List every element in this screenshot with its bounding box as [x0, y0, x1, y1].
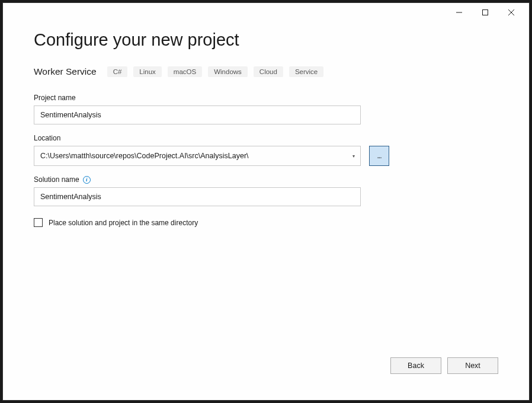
solution-name-input[interactable]	[34, 187, 361, 206]
content-area: Configure your new project Worker Servic…	[3, 22, 529, 357]
project-name-input[interactable]	[34, 105, 361, 124]
same-directory-row: Place solution and project in the same d…	[34, 218, 498, 227]
minimize-icon	[456, 9, 462, 15]
location-row: C:\Users\matth\source\repos\CodeProject.…	[34, 146, 498, 166]
titlebar	[3, 3, 529, 22]
location-group: Location C:\Users\matth\source\repos\Cod…	[34, 134, 498, 166]
same-directory-label: Place solution and project in the same d…	[49, 219, 198, 227]
maximize-button[interactable]	[472, 4, 498, 21]
tag-cloud: Cloud	[254, 66, 283, 77]
maximize-icon	[482, 9, 488, 15]
close-icon	[508, 9, 514, 15]
back-button[interactable]: Back	[390, 357, 441, 374]
browse-button[interactable]: ...	[369, 146, 389, 166]
svg-rect-1	[483, 10, 488, 15]
footer: Back Next	[3, 357, 529, 400]
project-name-label: Project name	[34, 94, 498, 102]
solution-name-label: Solution name i	[34, 175, 498, 184]
minimize-button[interactable]	[446, 4, 472, 21]
template-info-row: Worker Service C# Linux macOS Windows Cl…	[34, 66, 498, 77]
close-button[interactable]	[498, 4, 524, 21]
template-name: Worker Service	[34, 66, 97, 77]
chevron-down-icon: ▾	[347, 146, 360, 165]
tag-windows: Windows	[208, 66, 248, 77]
tag-linux: Linux	[133, 66, 162, 77]
next-button[interactable]: Next	[447, 357, 498, 374]
solution-name-group: Solution name i	[34, 175, 498, 206]
location-label: Location	[34, 134, 498, 142]
dialog-window: Configure your new project Worker Servic…	[2, 2, 530, 401]
same-directory-checkbox[interactable]	[34, 218, 43, 227]
tag-service: Service	[289, 66, 323, 77]
page-title: Configure your new project	[34, 30, 498, 50]
project-name-group: Project name	[34, 94, 498, 124]
info-icon[interactable]: i	[83, 176, 91, 184]
solution-name-label-text: Solution name	[34, 175, 79, 184]
location-value: C:\Users\matth\source\repos\CodeProject.…	[40, 152, 347, 160]
tag-macos: macOS	[168, 66, 202, 77]
location-combobox[interactable]: C:\Users\matth\source\repos\CodeProject.…	[34, 146, 361, 166]
tag-csharp: C#	[107, 66, 128, 77]
